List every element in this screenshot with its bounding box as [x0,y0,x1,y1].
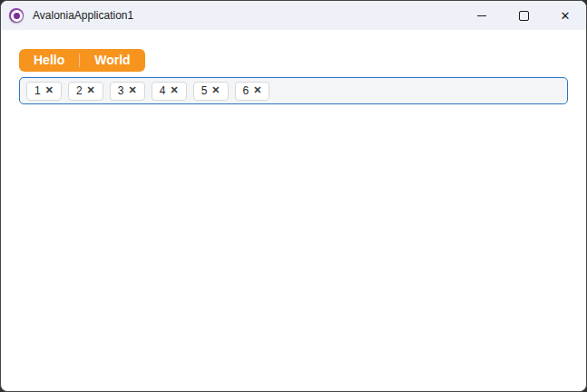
tab-world[interactable]: World [80,49,144,72]
chip-label: 2 [76,84,83,97]
chip-label: 3 [118,84,124,97]
chip-5[interactable]: 5 ✕ [193,82,229,101]
chip-remove-button[interactable]: ✕ [129,85,137,95]
avalonia-logo-icon [9,8,24,23]
close-icon: ✕ [561,10,571,22]
chip-3[interactable]: 3 ✕ [110,82,145,101]
tab-strip: Hello World [19,49,145,72]
chip-input-box[interactable]: 1 ✕ 2 ✕ 3 ✕ 4 ✕ 5 ✕ 6 ✕ [19,77,568,104]
chip-4[interactable]: 4 ✕ [152,82,187,101]
chip-label: 5 [201,84,208,97]
chip-1[interactable]: 1 ✕ [26,82,62,101]
maximize-button[interactable] [503,1,544,30]
titlebar-drag-region[interactable]: AvaloniaApplication1 ✕ [1,1,586,30]
close-button[interactable]: ✕ [544,1,586,30]
tab-hello[interactable]: Hello [19,49,79,72]
content-area: Hello World 1 ✕ 2 ✕ 3 ✕ 4 ✕ 5 ✕ [1,30,586,104]
chip-label: 1 [34,84,41,97]
minimize-button[interactable] [461,1,503,30]
chip-remove-button[interactable]: ✕ [170,85,178,95]
chip-remove-button[interactable]: ✕ [253,85,261,95]
chip-2[interactable]: 2 ✕ [68,82,103,101]
chip-remove-button[interactable]: ✕ [87,85,95,95]
chip-label: 6 [243,84,249,97]
chip-label: 4 [160,84,166,97]
app-window: AvaloniaApplication1 ✕ Hello World 1 ✕ [0,0,587,392]
window-title: AvaloniaApplication1 [33,9,133,22]
avalonia-logo-ring [11,10,23,22]
chip-remove-button[interactable]: ✕ [211,85,220,95]
window-controls: ✕ [461,1,586,30]
maximize-icon [519,11,529,21]
chip-remove-button[interactable]: ✕ [45,85,54,95]
chip-6[interactable]: 6 ✕ [235,82,270,101]
minimize-icon [477,15,486,16]
